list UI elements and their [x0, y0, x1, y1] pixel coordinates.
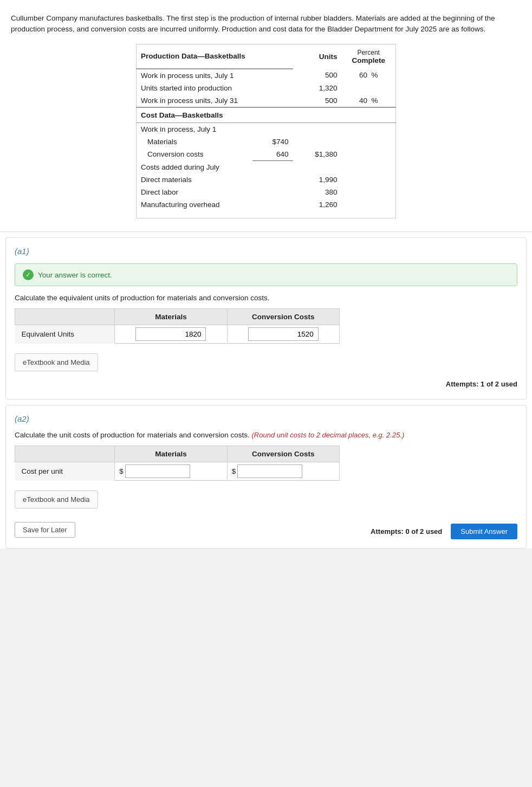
a2-note: (Round unit costs to 2 decimal places, e… [252, 431, 405, 439]
a1-answer-table: Materials Conversion Costs Equivalent Un… [15, 308, 340, 344]
col-units-header: Units [293, 44, 342, 69]
table-row: Materials $740 [137, 136, 396, 148]
a2-etextbook[interactable]: eTextbook and Media [15, 491, 98, 508]
a2-section: (a2) Calculate the unit costs of product… [5, 405, 527, 549]
a2-row-label: Cost per unit [15, 462, 115, 481]
success-banner: ✓ Your answer is correct. [15, 263, 517, 286]
a1-empty-header [15, 309, 115, 325]
table-row: Direct labor 380 [137, 186, 396, 198]
a1-conversion-input[interactable] [248, 327, 319, 341]
a2-dollar1: $ [119, 467, 124, 475]
a1-row-label: Equivalent Units [15, 325, 115, 344]
a2-attempts: Attempts: 0 of 2 used [371, 527, 442, 536]
success-text: Your answer is correct. [38, 271, 112, 279]
attempts-submit-row: Attempts: 0 of 2 used Submit Answer [371, 524, 517, 539]
table-row: Direct materials 1,990 [137, 173, 396, 186]
a1-conversion-cell [227, 325, 339, 344]
table-row: Manufacturing overhead 1,260 [137, 198, 396, 211]
table-row: Work in process units, July 31 500 40 % [137, 94, 396, 107]
table-row: Costs added during July [137, 160, 396, 173]
a2-dollar2: $ [232, 467, 236, 475]
a2-materials-header: Materials [115, 446, 227, 462]
a1-materials-header: Materials [115, 309, 227, 325]
a2-conversion-cell: $ [227, 462, 339, 481]
a1-conversion-header: Conversion Costs [227, 309, 339, 325]
table-row: Conversion costs 640 $1,380 [137, 148, 396, 161]
a1-etextbook[interactable]: eTextbook and Media [15, 353, 98, 371]
cost-header: Cost Data—Basketballs [137, 107, 396, 123]
table-row: Work in process, July 1 [137, 122, 396, 136]
a2-conversion-input[interactable] [237, 465, 302, 478]
cost-header-row: Cost Data—Basketballs [137, 107, 396, 123]
a1-section: (a1) ✓ Your answer is correct. Calculate… [5, 237, 527, 399]
a2-cost-row: Cost per unit $ $ [15, 462, 340, 481]
a2-conversion-header: Conversion Costs [227, 446, 339, 462]
a2-instruction: Calculate the unit costs of production f… [15, 431, 517, 439]
a1-materials-input[interactable] [135, 327, 206, 341]
col-percent-header: Percent Complete [342, 44, 396, 69]
a2-answer-table: Materials Conversion Costs Cost per unit… [15, 446, 340, 481]
check-icon: ✓ [23, 269, 34, 280]
a1-label: (a1) [15, 247, 517, 256]
a1-materials-cell [115, 325, 227, 344]
a1-instruction: Calculate the equivalent units of produc… [15, 294, 517, 302]
a2-materials-input[interactable] [125, 465, 190, 478]
production-table: Production Data—Basketballs Units Percen… [136, 44, 396, 219]
table-row: Work in process units, July 1 500 60 % [137, 69, 396, 82]
bottom-bar: Save for Later Attempts: 0 of 2 used Sub… [15, 518, 517, 539]
table-row: Units started into production 1,320 [137, 82, 396, 94]
a2-label: (a2) [15, 414, 517, 423]
save-button[interactable]: Save for Later [15, 522, 75, 538]
a2-materials-cell: $ [115, 462, 227, 481]
a2-empty-header [15, 446, 115, 462]
a1-equiv-row: Equivalent Units [15, 325, 340, 344]
submit-button[interactable]: Submit Answer [451, 524, 517, 539]
problem-section: Cullumber Company manufactures basketbal… [0, 0, 532, 232]
table-header-row: Production Data—Basketballs Units Percen… [137, 44, 396, 69]
main-container: Cullumber Company manufactures basketbal… [0, 0, 532, 549]
problem-text: Cullumber Company manufactures basketbal… [11, 13, 521, 35]
a1-attempts: Attempts: 1 of 2 used [15, 380, 517, 388]
production-header: Production Data—Basketballs [137, 44, 293, 69]
